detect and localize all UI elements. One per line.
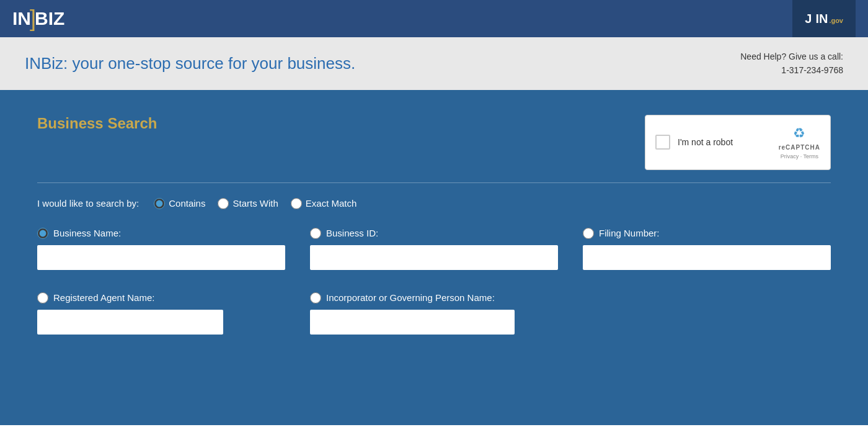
ingov-j: J <box>805 12 812 26</box>
radio-contains-input[interactable] <box>154 198 165 209</box>
main-content: Business Search I'm not a robot ♻ reCAPT… <box>0 90 868 425</box>
business-name-input[interactable] <box>37 245 285 270</box>
filing-number-label: Filing Number: <box>599 228 660 238</box>
business-name-group: Business Name: <box>37 228 285 270</box>
site-logo: IN ] BIZ <box>12 7 64 30</box>
site-header: IN ] BIZ J IN .gov <box>0 0 868 37</box>
registered-agent-input[interactable] <box>37 310 223 335</box>
ingov-dotgov-text: .gov <box>829 17 843 24</box>
search-header: Business Search I'm not a robot ♻ reCAPT… <box>37 115 831 170</box>
business-name-label: Business Name: <box>53 228 121 238</box>
search-type-radio-group: Contains Starts With Exact Match <box>154 198 356 209</box>
captcha-label: I'm not a robot <box>678 137 733 147</box>
registered-agent-label-row: Registered Agent Name: <box>37 292 285 303</box>
business-name-radio[interactable] <box>37 228 48 239</box>
business-search-title-container: Business Search <box>37 115 157 132</box>
help-info: Need Help? Give us a call: 1-317-234-976… <box>740 50 843 78</box>
subheader: INBiz: your one-stop source for your bus… <box>0 37 868 90</box>
search-by-label: I would like to search by: <box>37 198 139 209</box>
filing-number-radio[interactable] <box>583 228 594 239</box>
ingov-logo[interactable]: J IN .gov <box>792 0 856 37</box>
incorporator-group: Incorporator or Governing Person Name: <box>310 292 558 335</box>
business-name-label-row: Business Name: <box>37 228 285 239</box>
recaptcha-icon: ♻ <box>793 125 805 142</box>
incorporator-input[interactable] <box>310 310 515 335</box>
fields-row-1: Business Name: Business ID: Filing Numbe… <box>37 228 831 270</box>
radio-exact-match[interactable]: Exact Match <box>291 198 357 209</box>
ingov-in-text: IN <box>815 12 828 26</box>
incorporator-label: Incorporator or Governing Person Name: <box>326 292 495 303</box>
radio-contains[interactable]: Contains <box>154 198 205 209</box>
section-divider <box>37 182 831 183</box>
radio-starts-with-label: Starts With <box>232 198 278 209</box>
filing-number-input[interactable] <box>583 245 831 270</box>
registered-agent-radio[interactable] <box>37 292 48 303</box>
logo-biz-text: BIZ <box>35 8 64 29</box>
radio-exact-match-input[interactable] <box>291 198 302 209</box>
business-id-group: Business ID: <box>310 228 558 270</box>
page-title: INBiz: your one-stop source for your bus… <box>25 54 355 73</box>
captcha-checkbox[interactable] <box>655 135 670 150</box>
business-id-label: Business ID: <box>326 228 378 238</box>
recaptcha-links[interactable]: Privacy · Terms <box>781 153 818 160</box>
fields-row-2: Registered Agent Name: Incorporator or G… <box>37 292 831 335</box>
business-id-radio[interactable] <box>310 228 321 239</box>
incorporator-label-row: Incorporator or Governing Person Name: <box>310 292 558 303</box>
registered-agent-group: Registered Agent Name: <box>37 292 285 335</box>
help-phone: 1-317-234-9768 <box>740 63 843 77</box>
recaptcha-widget[interactable]: I'm not a robot ♻ reCAPTCHA Privacy · Te… <box>645 115 831 170</box>
help-label: Need Help? Give us a call: <box>740 50 843 63</box>
search-by-row: I would like to search by: Contains Star… <box>37 198 831 209</box>
registered-agent-label: Registered Agent Name: <box>53 292 154 303</box>
filing-number-label-row: Filing Number: <box>583 228 831 239</box>
incorporator-radio[interactable] <box>310 292 321 303</box>
business-id-label-row: Business ID: <box>310 228 558 239</box>
radio-starts-with-input[interactable] <box>218 198 229 209</box>
recaptcha-label: reCAPTCHA <box>779 144 820 151</box>
logo-in-text: IN <box>12 8 31 29</box>
business-search-title: Business Search <box>37 115 157 132</box>
radio-exact-match-label: Exact Match <box>306 198 357 209</box>
radio-contains-label: Contains <box>169 198 205 209</box>
radio-starts-with[interactable]: Starts With <box>218 198 278 209</box>
business-id-input[interactable] <box>310 245 558 270</box>
filing-number-group: Filing Number: <box>583 228 831 270</box>
